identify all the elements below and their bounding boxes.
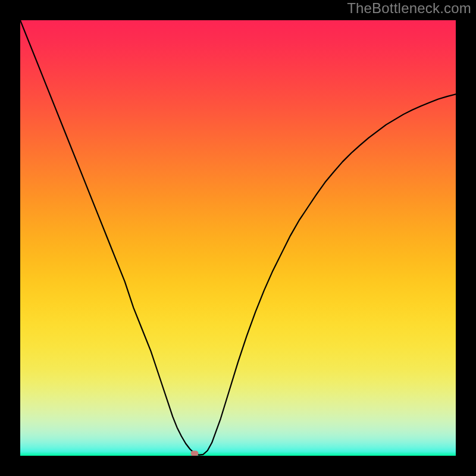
- optimal-point-marker: [190, 451, 198, 456]
- plot-area: [20, 20, 456, 456]
- gradient-background: [20, 20, 456, 456]
- watermark-text: TheBottleneck.com: [347, 0, 471, 17]
- plot-svg: [20, 20, 456, 456]
- chart-frame: TheBottleneck.com: [0, 0, 476, 476]
